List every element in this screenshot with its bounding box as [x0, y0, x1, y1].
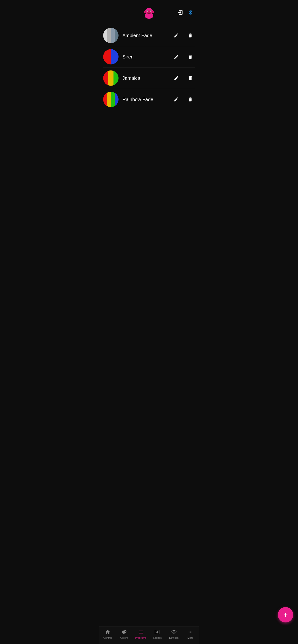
devices-icon: [171, 629, 177, 636]
edit-icon: [174, 76, 179, 81]
nav-label-devices: Devices: [169, 636, 179, 639]
sign-in-icon: [178, 9, 184, 16]
bluetooth-button[interactable]: [188, 9, 194, 16]
nav-item-scenes[interactable]: Scenes: [149, 629, 166, 639]
program-actions: [172, 31, 195, 40]
edit-icon: [174, 33, 179, 38]
color-preview-jamaica: [103, 70, 118, 86]
header: [99, 0, 199, 22]
trash-icon: [188, 33, 193, 38]
color-preview-ambient-fade: [103, 28, 118, 43]
nav-item-programs[interactable]: Programs: [132, 629, 149, 639]
nav-item-colors[interactable]: Colors: [116, 629, 132, 639]
svg-point-10: [150, 10, 151, 11]
svg-point-5: [152, 11, 154, 13]
nav-item-devices[interactable]: Devices: [166, 629, 182, 639]
delete-button[interactable]: [186, 74, 195, 83]
home-icon: [104, 629, 111, 636]
color-preview-rainbow-fade: [103, 92, 118, 107]
nav-item-more[interactable]: More: [182, 629, 199, 639]
programs-list: Ambient Fade Siren: [99, 22, 199, 112]
program-item: Jamaica: [103, 68, 195, 89]
program-item: Ambient Fade: [103, 25, 195, 46]
program-name: Ambient Fade: [122, 33, 172, 38]
header-icons: [178, 9, 194, 16]
trash-icon: [188, 97, 193, 102]
trash-icon: [188, 76, 193, 81]
sign-in-button[interactable]: [178, 9, 184, 16]
program-name: Rainbow Fade: [122, 97, 172, 102]
svg-point-11: [148, 12, 150, 12]
program-actions: [172, 52, 195, 61]
svg-point-4: [144, 11, 146, 13]
edit-icon: [174, 54, 179, 60]
nav-label-colors: Colors: [120, 636, 128, 639]
nav-label-more: More: [187, 636, 193, 639]
edit-icon: [174, 97, 179, 102]
color-preview-siren: [103, 49, 118, 64]
program-item: Rainbow Fade: [103, 89, 195, 110]
programs-icon: [137, 629, 144, 636]
program-name: Siren: [122, 54, 172, 60]
edit-button[interactable]: [172, 95, 181, 104]
nav-label-control: Control: [103, 636, 112, 639]
delete-button[interactable]: [186, 95, 195, 104]
program-name: Jamaica: [122, 76, 172, 81]
program-actions: [172, 74, 195, 83]
delete-button[interactable]: [186, 52, 195, 61]
bottom-nav: Control Colors Programs Scenes: [99, 626, 199, 644]
colors-icon: [121, 629, 128, 636]
delete-button[interactable]: [186, 31, 195, 40]
edit-button[interactable]: [172, 52, 181, 61]
nav-item-control[interactable]: Control: [99, 629, 116, 639]
edit-button[interactable]: [172, 74, 181, 83]
nav-label-programs: Programs: [135, 636, 146, 639]
program-item: Siren: [103, 46, 195, 68]
svg-point-9: [147, 10, 148, 11]
nav-label-scenes: Scenes: [153, 636, 162, 639]
scenes-icon: [154, 629, 161, 636]
edit-button[interactable]: [172, 31, 181, 40]
trash-icon: [188, 54, 193, 60]
program-actions: [172, 95, 195, 104]
bluetooth-icon: [188, 9, 194, 16]
more-icon: [187, 629, 194, 636]
monkey-logo: [141, 5, 157, 20]
